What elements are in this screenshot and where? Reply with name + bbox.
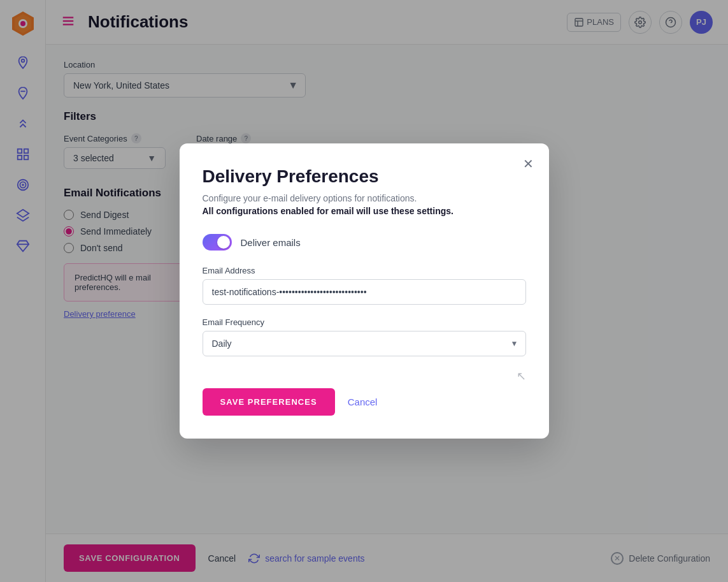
deliver-emails-label: Deliver emails (241, 237, 301, 248)
deliver-emails-row: Deliver emails (203, 234, 526, 251)
save-preferences-button[interactable]: SAVE PREFERENCES (203, 388, 335, 416)
modal-title: Delivery Preferences (203, 166, 526, 187)
modal-actions: SAVE PREFERENCES Cancel (203, 388, 526, 416)
email-frequency-select[interactable]: Daily Weekly Monthly Immediately (203, 331, 526, 356)
email-frequency-label: Email Frequency (203, 317, 526, 327)
toggle-knob (217, 236, 230, 249)
modal-close-button[interactable]: ✕ (518, 154, 539, 174)
cancel-modal-button[interactable]: Cancel (348, 396, 378, 407)
email-address-group: Email Address (203, 266, 526, 305)
email-frequency-group: Email Frequency Daily Weekly Monthly Imm… (203, 317, 526, 356)
modal-subtitle: Configure your e-mail delivery options f… (203, 193, 526, 203)
deliver-emails-toggle[interactable] (203, 234, 232, 251)
modal-overlay[interactable]: ✕ Delivery Preferences Configure your e-… (0, 0, 728, 582)
cursor-indicator: ↖ (203, 369, 526, 383)
email-address-input[interactable] (203, 279, 526, 305)
delivery-preferences-modal: ✕ Delivery Preferences Configure your e-… (180, 143, 549, 439)
email-address-label: Email Address (203, 266, 526, 275)
email-frequency-select-wrapper: Daily Weekly Monthly Immediately ▼ (203, 331, 526, 356)
modal-subtitle-bold: All configurations enabled for email wil… (203, 206, 526, 216)
